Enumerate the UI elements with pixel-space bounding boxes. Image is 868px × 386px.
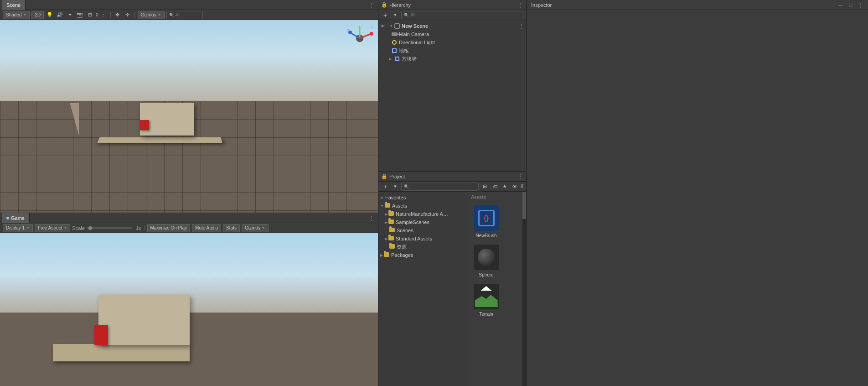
scene-search-input[interactable] — [176, 12, 198, 17]
project-search-input[interactable] — [410, 184, 476, 189]
hierarchy-project-col: 🔒 Hierarchy ⋮ + ▾ 🔍 👁 ▼ — [378, 0, 527, 386]
svg-rect-10 — [395, 24, 399, 28]
hierarchy-panel: 🔒 Hierarchy ⋮ + ▾ 🔍 👁 ▼ — [378, 0, 527, 171]
project-tree: ★ Favorites ▼ Assets ▶ NatureManufacture… — [378, 192, 467, 386]
svg-text:Y: Y — [360, 25, 363, 27]
box-icon-3 — [394, 56, 400, 62]
scene-camera-icon[interactable]: 📷 — [76, 11, 84, 19]
tab-game[interactable]: Game — [2, 213, 30, 223]
hierarchy-search-input[interactable] — [410, 12, 521, 17]
newbrush-label: NewBrush — [475, 233, 496, 238]
project-tree-packages[interactable]: ▶ Packages — [378, 251, 467, 259]
scene-search-box[interactable]: 🔍 — [166, 11, 203, 19]
project-scrollbar[interactable] — [522, 192, 526, 386]
hierarchy-item-0[interactable]: Main Camera — [378, 30, 526, 38]
hand-tool-icon[interactable]: ✥ — [114, 11, 122, 19]
game-panel: Game ⋮ Display 1 ▼ Free Aspect ▼ Scale — [0, 213, 378, 386]
terrain-label: Terrain — [479, 312, 493, 317]
project-tree-resources[interactable]: 资源 — [378, 243, 467, 251]
item3-expand-arrow[interactable]: ▶ — [388, 57, 393, 61]
inspector-tab-bar: Inspector — □ ⋮ — [527, 0, 868, 10]
project-star-icon[interactable]: ★ — [501, 183, 509, 191]
hierarchy-down-arrow[interactable]: ▾ — [391, 11, 399, 19]
project-filter-icon[interactable]: ⊞ — [480, 183, 489, 191]
gizmos-arrow: ▼ — [158, 13, 161, 17]
gizmo-close[interactable]: × — [371, 25, 373, 30]
hierarchy-lock-icon: 🔒 — [381, 2, 388, 8]
hierarchy-item-2[interactable]: 地板 — [378, 47, 526, 55]
aspect-dropdown[interactable]: Free Aspect ▼ — [35, 224, 70, 232]
project-tree-standard[interactable]: ▶ Standard Assets — [378, 235, 467, 243]
mute-audio-btn[interactable]: Mute Audio — [192, 224, 221, 232]
camera-icon — [391, 31, 398, 37]
light-icon — [391, 39, 398, 46]
asset-newbrush[interactable]: {} NewBrush — [469, 203, 503, 240]
project-tree-favorites[interactable]: ★ Favorites — [378, 193, 467, 202]
assets-grid-label: Assets — [469, 193, 521, 201]
hierarchy-item-1[interactable]: Directional Light — [378, 38, 526, 47]
project-menu-btn[interactable]: ⋮ — [517, 173, 523, 180]
fx-icon[interactable]: ✦ — [66, 11, 74, 19]
scene-name: New Scene — [402, 23, 428, 29]
scene-tab-bar: Scene ⋮ — [0, 0, 378, 10]
hierarchy-label-2: 地板 — [399, 47, 409, 54]
game-toolbar: Display 1 ▼ Free Aspect ▼ Scale 1x Maxim… — [0, 223, 378, 233]
hierarchy-menu-btn[interactable]: ⋮ — [517, 1, 523, 9]
lighting-icon[interactable]: 💡 — [46, 11, 54, 19]
scene-toolbar: Shaded ▼ 2D 💡 🔊 ✦ 📷 ⊞ 0 ⋮ ✥ ✛ — [0, 10, 378, 20]
stats-btn[interactable]: Stats — [223, 224, 240, 232]
project-down-arrow[interactable]: ▾ — [391, 183, 399, 191]
project-search-box[interactable]: 🔍 — [401, 183, 479, 191]
inspector-content — [527, 10, 868, 386]
audio-icon[interactable]: 🔊 — [56, 11, 64, 19]
gizmos-dropdown[interactable]: Gizmos ▼ — [138, 11, 165, 19]
gizmo-svg: Y X Z — [346, 25, 373, 52]
scene-extra-icon[interactable]: ⋮ — [99, 11, 108, 19]
scale-slider[interactable] — [87, 227, 132, 229]
inspector-maximize-btn[interactable]: □ — [847, 1, 854, 9]
inspector-menu-btn[interactable]: ⋮ — [857, 1, 863, 9]
sample-folder-icon — [388, 219, 394, 225]
favorites-label: Favorites — [385, 195, 406, 200]
project-add-btn[interactable]: + — [381, 183, 389, 191]
shading-dropdown[interactable]: Shaded ▼ — [3, 11, 30, 19]
hierarchy-search-box[interactable]: 🔍 — [401, 11, 523, 19]
scene-tab-more[interactable]: ⋮ — [367, 2, 376, 8]
project-assets-grid: Assets {} NewBrush — [467, 192, 522, 386]
tree-packages-label: Packages — [391, 252, 413, 258]
project-tag-icon[interactable]: 🏷 — [491, 183, 499, 191]
project-eye-off-icon[interactable]: 👁 — [511, 183, 519, 191]
game-tab-more[interactable]: ⋮ — [367, 215, 376, 221]
project-lock-icon: 🔒 — [381, 173, 388, 179]
inspector-minimize-btn[interactable]: — — [837, 1, 844, 9]
grid-icon[interactable]: ⊞ — [86, 11, 94, 19]
display-dropdown[interactable]: Display 1 ▼ — [3, 224, 33, 232]
hierarchy-item-3[interactable]: ▶ 方块墙 — [378, 55, 526, 63]
scene-context-btn[interactable]: ⋮ — [519, 23, 524, 29]
maximize-on-play-btn[interactable]: Maximize On Play — [147, 224, 191, 232]
sphere-label: Sphere — [479, 272, 493, 277]
project-tree-nature[interactable]: ▶ NatureManufacture Asse... — [378, 210, 467, 218]
project-title: Project — [389, 174, 405, 179]
standard-folder-icon — [388, 236, 394, 241]
hierarchy-content: 👁 ▼ New Scene ⋮ Main Camera — [378, 20, 526, 171]
hierarchy-add-btn[interactable]: + — [381, 11, 389, 19]
project-tree-sample[interactable]: ▶ SampleScenes — [378, 218, 467, 226]
tab-scene[interactable]: Scene — [2, 0, 26, 10]
move-tool-icon[interactable]: ✛ — [124, 11, 132, 19]
tree-scenes-label: Scenes — [397, 228, 413, 233]
view-2d-button[interactable]: 2D — [31, 11, 44, 19]
asset-sphere[interactable]: Sphere — [469, 242, 503, 279]
assets-grid: {} NewBrush — [469, 203, 521, 318]
project-tree-scenes[interactable]: Scenes — [378, 226, 467, 235]
project-tree-assets[interactable]: ▼ Assets — [378, 202, 467, 210]
asset-terrain[interactable]: Terrain — [469, 281, 503, 318]
hierarchy-item-scene[interactable]: 👁 ▼ New Scene ⋮ — [378, 22, 526, 30]
scene-expand-arrow[interactable]: ▼ — [388, 24, 394, 28]
scene-objects — [0, 20, 378, 213]
game-gizmos-dropdown[interactable]: Gizmos ▼ — [242, 224, 269, 232]
scene-gizmo[interactable]: Y X Z × — [346, 25, 373, 52]
tree-sample-label: SampleScenes — [396, 219, 429, 225]
scene-eye-icon[interactable]: 👁 — [380, 24, 388, 29]
scene-red-cube — [140, 120, 149, 130]
